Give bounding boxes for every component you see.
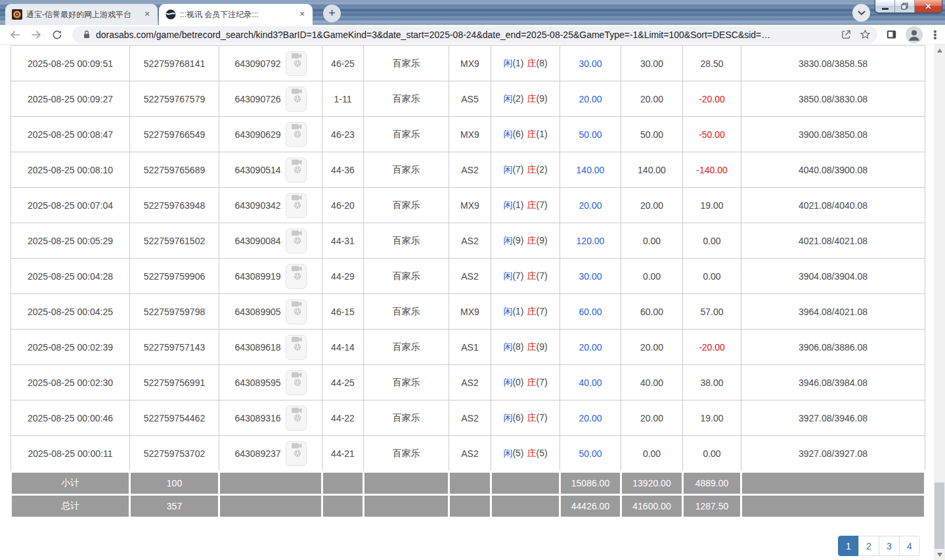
video-replay-icon[interactable] (286, 370, 307, 395)
table-code: AS2 (449, 223, 491, 259)
url-text[interactable]: dorasabs.com/game/betrecord_search/kind3… (96, 30, 833, 40)
page-button[interactable]: 2 (858, 536, 879, 556)
video-replay-icon[interactable] (286, 51, 307, 76)
round-score: 46-15 (322, 294, 364, 330)
round-score: 44-22 (322, 400, 364, 436)
bet-row: 2025-08-25 00:04:28 522759759906 6430899… (11, 259, 925, 294)
tab-search-chevron-icon[interactable] (852, 4, 870, 22)
table-code: MX9 (449, 117, 491, 152)
video-replay-icon[interactable] (286, 158, 307, 183)
tab-close-icon[interactable]: × (297, 9, 307, 20)
url-bar[interactable]: dorasabs.com/game/betrecord_search/kind3… (72, 26, 877, 43)
tab-close-icon[interactable]: × (142, 9, 152, 20)
bet-amount: 120.00 (560, 223, 621, 259)
scroll-up-arrow-icon[interactable] (934, 45, 945, 56)
game-id-cell: 643089905 (219, 294, 322, 330)
back-icon[interactable] (7, 26, 24, 43)
browser-toolbar: dorasabs.com/game/betrecord_search/kind3… (0, 25, 945, 45)
video-replay-icon[interactable] (286, 406, 307, 431)
bet-row: 2025-08-25 00:08:10 522759765689 6430905… (11, 152, 925, 188)
valid-amount: 40.00 (621, 365, 683, 400)
game-name: 百家乐 (364, 436, 449, 472)
banker-result-label: 庄 (527, 306, 537, 316)
video-replay-icon[interactable] (286, 87, 307, 112)
table-code: AS2 (449, 152, 491, 188)
balance-before-after: 3904.08/3904.08 (741, 259, 925, 294)
reload-icon[interactable] (49, 26, 66, 43)
player-result-count: (6) (512, 129, 523, 139)
round-score: 46-20 (322, 188, 364, 223)
pagination: 1234 (838, 536, 920, 556)
win-loss: 0.00 (683, 259, 741, 294)
close-button[interactable]: ✕ (915, 0, 942, 12)
banker-result-count: (8) (537, 58, 548, 68)
scroll-down-arrow-icon[interactable] (934, 549, 945, 560)
bet-time: 2025-08-25 00:00:46 (11, 400, 130, 436)
bookmark-star-icon[interactable] (860, 29, 871, 40)
game-id-cell: 643089316 (219, 400, 322, 436)
bet-time: 2025-08-25 00:05:29 (11, 223, 130, 259)
bet-row: 2025-08-25 00:05:29 522759761502 6430900… (11, 223, 925, 259)
game-id-cell: 643090514 (219, 152, 322, 188)
valid-amount: 50.00 (621, 117, 683, 152)
result-cell: 闲(1)庄(7) (491, 294, 560, 330)
bet-amount: 30.00 (560, 259, 621, 294)
player-result-count: (0) (512, 377, 523, 387)
vertical-scrollbar[interactable] (934, 45, 945, 560)
player-result-label: 闲 (503, 306, 512, 316)
side-panel-icon[interactable] (885, 28, 898, 41)
share-icon[interactable] (841, 29, 852, 40)
tab-betrecord[interactable]: :::视讯 会员下注纪录::: × (159, 4, 313, 25)
table-code: MX9 (449, 188, 491, 223)
tab-tongbao[interactable]: 通宝-信誉最好的网上游戏平台 × (5, 4, 158, 25)
bet-amount: 20.00 (560, 81, 621, 117)
bet-time: 2025-08-25 00:09:51 (11, 46, 130, 81)
summary-rows: 小计 100 15086.00 13920.00 4889.00 总计 357 … (11, 472, 925, 518)
kebab-menu-icon[interactable]: ••• (929, 30, 941, 39)
padlock-icon[interactable] (83, 30, 91, 39)
win-loss: -140.00 (683, 152, 741, 188)
game-id-cell: 643089919 (219, 259, 322, 294)
balance-before-after: 3906.08/3886.08 (741, 330, 925, 365)
video-replay-icon[interactable] (286, 193, 307, 218)
bet-amount: 140.00 (560, 152, 621, 188)
player-result-label: 闲 (503, 93, 512, 104)
video-replay-icon[interactable] (286, 122, 307, 147)
page-button[interactable]: 3 (879, 536, 900, 556)
bet-id: 522759768141 (130, 46, 219, 81)
new-tab-button[interactable]: + (323, 5, 341, 22)
video-replay-icon[interactable] (286, 335, 307, 360)
balance-before-after: 3830.08/3858.58 (741, 46, 925, 81)
restore-button[interactable] (895, 0, 915, 12)
page-button[interactable]: 1 (838, 536, 859, 556)
valid-amount: 0.00 (621, 259, 683, 294)
bet-id: 522759753702 (130, 436, 219, 472)
video-replay-icon[interactable] (286, 264, 307, 289)
valid-amount: 140.00 (621, 152, 683, 188)
result-cell: 闲(2)庄(9) (491, 81, 560, 117)
result-cell: 闲(9)庄(9) (491, 223, 560, 259)
banker-result-count: (7) (537, 377, 548, 387)
video-replay-icon[interactable] (286, 228, 307, 253)
player-result-label: 闲 (503, 200, 512, 210)
forward-icon[interactable] (28, 26, 45, 43)
win-loss: 0.00 (683, 436, 741, 472)
bet-id: 522759766549 (130, 117, 219, 152)
game-id-cell: 643089618 (219, 330, 322, 365)
video-replay-icon[interactable] (286, 299, 307, 324)
win-loss: 38.00 (683, 365, 741, 400)
subtotal-count: 100 (130, 472, 219, 495)
round-score: 44-21 (322, 436, 364, 472)
total-count: 357 (130, 495, 219, 518)
bet-time: 2025-08-25 00:02:39 (11, 330, 130, 365)
page-button[interactable]: 4 (899, 536, 920, 556)
player-result-count: (1) (512, 58, 523, 68)
balance-before-after: 3927.08/3946.08 (741, 400, 925, 436)
game-id-cell: 643089595 (219, 365, 322, 400)
balance-before-after: 3964.08/4021.08 (741, 294, 925, 330)
scrollbar-thumb[interactable] (934, 483, 944, 549)
profile-avatar[interactable] (906, 26, 923, 43)
video-replay-icon[interactable] (286, 441, 307, 466)
banker-result-label: 庄 (527, 235, 537, 246)
minimize-button[interactable] (875, 0, 895, 12)
